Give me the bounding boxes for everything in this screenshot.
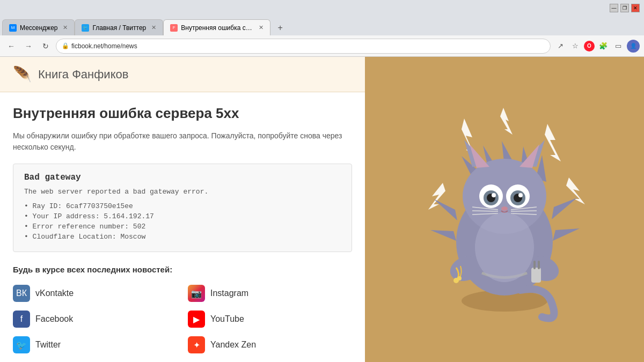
instagram-icon: 📷	[188, 285, 205, 302]
tab-messenger-label: Мессенджер	[20, 24, 57, 32]
error-detail-item: Your IP address: 5.164.192.17	[24, 212, 341, 220]
feather-icon: 🪶	[13, 65, 32, 83]
title-bar: — ❐ ✕	[0, 0, 644, 16]
svg-rect-39	[533, 261, 536, 269]
tab-ficbook-close[interactable]: ✕	[259, 24, 264, 31]
social-grid: ВКvKontakte📷InstagramfFacebook▶YouTube🐦T…	[13, 282, 352, 357]
svg-point-29	[501, 206, 508, 211]
social-item-twitter[interactable]: 🐦Twitter	[13, 333, 177, 357]
social-item-instagram[interactable]: 📷Instagram	[188, 282, 352, 305]
svg-marker-14	[552, 198, 577, 219]
url-text: ficbook.net/home/news	[71, 42, 137, 50]
tab-messenger[interactable]: M Мессенджер ✕	[2, 19, 75, 35]
tab-messenger-close[interactable]: ✕	[63, 24, 68, 31]
tab-twitter-close[interactable]: ✕	[151, 24, 156, 31]
tab-ficbook[interactable]: F Внутренняя ошибка сервера | ✕	[163, 19, 270, 35]
facebook-icon: f	[13, 311, 30, 328]
error-details-list: Ray ID: 6caf7703750e15eeYour IP address:…	[24, 202, 341, 241]
youtube-icon: ▶	[188, 311, 205, 328]
social-item-yandex-zen[interactable]: ✦Yandex Zen	[188, 333, 352, 357]
right-panel	[365, 57, 644, 362]
error-illustration	[402, 92, 606, 328]
back-button[interactable]: ←	[4, 39, 18, 53]
toolbar-right: ↗ ☆ O 🧩 ▭ 👤	[554, 40, 640, 53]
ficbook-tab-icon: F	[170, 24, 178, 32]
site-header: 🪶 Книга Фанфиков	[0, 57, 365, 92]
tabs-bar: M Мессенджер ✕ 🐦 Главная / Твиттер ✕ F В…	[0, 16, 644, 35]
svg-marker-15	[553, 228, 580, 241]
svg-point-28	[518, 193, 523, 197]
facebook-label: Facebook	[35, 314, 73, 324]
svg-line-31	[472, 211, 498, 211]
svg-marker-12	[434, 199, 457, 220]
address-bar: ← → ↻ 🔒 ficbook.net/home/news ↗ ☆ O 🧩 ▭ …	[0, 35, 644, 57]
main-content: 🪶 Книга Фанфиков Внутренняя ошибка серве…	[0, 57, 644, 362]
messenger-tab-icon: M	[9, 24, 17, 32]
svg-marker-5	[500, 108, 513, 135]
browser-window: — ❐ ✕ M Мессенджер ✕ 🐦 Главная / Твиттер…	[0, 0, 644, 362]
opera-icon[interactable]: O	[584, 41, 595, 51]
error-box-message: The web server reported a bad gateway er…	[24, 188, 341, 196]
tab-twitter[interactable]: 🐦 Главная / Твиттер ✕	[75, 19, 163, 35]
site-title: Книга Фанфиков	[38, 68, 128, 82]
extensions-icon[interactable]: 🧩	[597, 40, 610, 53]
instagram-label: Instagram	[210, 289, 248, 298]
url-bar[interactable]: 🔒 ficbook.net/home/news	[56, 39, 551, 54]
tab-ficbook-label: Внутренняя ошибка сервера |	[181, 24, 253, 32]
error-detail-item: Ray ID: 6caf7703750e15ee	[24, 202, 341, 210]
bookmark-icon[interactable]: ☆	[569, 40, 582, 53]
error-box-title: Bad gateway	[24, 173, 341, 182]
sidebar-toggle-icon[interactable]: ▭	[612, 40, 625, 53]
youtube-label: YouTube	[210, 314, 244, 324]
social-item-youtube[interactable]: ▶YouTube	[188, 307, 352, 331]
svg-point-43	[475, 212, 534, 282]
forward-button[interactable]: →	[21, 39, 35, 53]
close-btn[interactable]: ✕	[631, 4, 640, 12]
twitter-icon: 🐦	[13, 336, 30, 353]
share-icon[interactable]: ↗	[554, 40, 567, 53]
yandex-zen-label: Yandex Zen	[210, 340, 256, 350]
error-box: Bad gateway The web server reported a ba…	[13, 164, 352, 252]
svg-marker-3	[566, 178, 585, 204]
social-item-facebook[interactable]: fFacebook	[13, 307, 177, 331]
svg-point-27	[492, 193, 496, 197]
svg-rect-38	[531, 268, 541, 283]
vkontakte-icon: ВК	[13, 285, 30, 302]
tab-twitter-label: Главная / Твиттер	[92, 24, 146, 32]
twitter-label: Twitter	[35, 340, 61, 350]
svg-rect-40	[538, 261, 540, 269]
profile-icon[interactable]: 👤	[627, 40, 640, 53]
yandex-zen-icon: ✦	[188, 336, 205, 353]
error-detail-item: Cloudflare Location: Moscow	[24, 233, 341, 241]
left-panel: 🪶 Книга Фанфиков Внутренняя ошибка серве…	[0, 57, 365, 362]
twitter-tab-icon: 🐦	[82, 24, 89, 32]
svg-line-34	[511, 211, 537, 211]
restore-btn[interactable]: ❐	[620, 4, 629, 12]
vkontakte-label: vKontakte	[35, 289, 74, 298]
social-section-title: Будь в курсе всех последних новостей:	[13, 265, 352, 274]
social-section: Будь в курсе всех последних новостей: ВК…	[13, 265, 352, 357]
error-title: Внутренняя ошибка сервера 5xx	[13, 105, 352, 122]
minimize-btn[interactable]: —	[610, 4, 618, 12]
svg-marker-13	[430, 230, 456, 241]
lock-icon: 🔒	[62, 42, 69, 49]
svg-marker-1	[545, 124, 561, 161]
svg-point-42	[457, 276, 462, 280]
error-detail-item: Error reference number: 502	[24, 223, 341, 231]
social-item-vkontakte[interactable]: ВКvKontakte	[13, 282, 177, 305]
error-description: Мы обнаружили ошибку при обработке вашег…	[13, 130, 352, 153]
reload-button[interactable]: ↻	[39, 39, 53, 53]
window-controls: — ❐ ✕	[610, 4, 640, 12]
content-body: Внутренняя ошибка сервера 5xx Мы обнаруж…	[0, 92, 365, 362]
new-tab-button[interactable]: +	[273, 20, 288, 35]
